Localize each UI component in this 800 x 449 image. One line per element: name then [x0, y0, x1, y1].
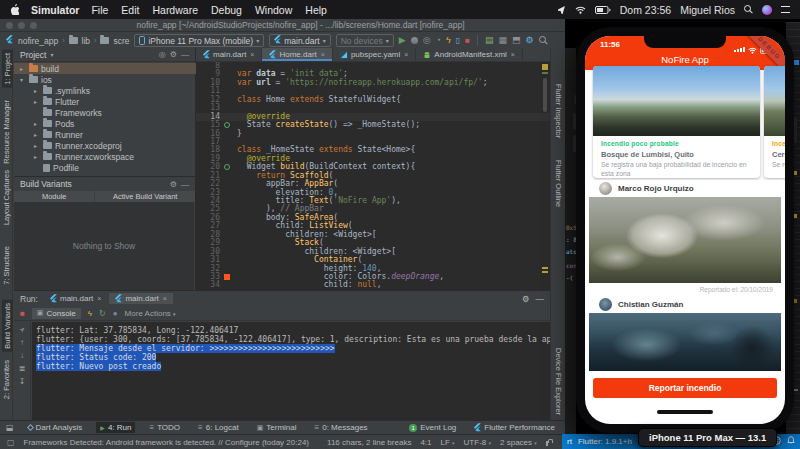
- tool-window-button-0-messages[interactable]: ≡0: Messages: [311, 422, 372, 433]
- tree-item-podfile[interactable]: Podfile: [14, 162, 196, 173]
- console-log-line[interactable]: flutter: Lat: 37.785834, Long: -122.4064…: [36, 326, 550, 335]
- console-log-line[interactable]: flutter: Status code: 200: [36, 353, 550, 362]
- menu-clock[interactable]: Dom 23:56: [620, 4, 671, 16]
- report-photo[interactable]: [589, 313, 781, 371]
- open-observatory-icon[interactable]: ●: [113, 309, 118, 318]
- breadcrumb-item[interactable]: scre: [113, 36, 129, 46]
- tool-stripe-7-structure[interactable]: 7: Structure: [2, 246, 11, 285]
- ios-simulator-window[interactable]: 11:56 NoFire App DEBUG Incendio poco pro…: [576, 27, 794, 433]
- tool-stripe-flutter-outline[interactable]: Flutter Outline: [554, 160, 563, 207]
- profile-icon[interactable]: ◔: [436, 36, 441, 45]
- code-line[interactable]: 10var url = 'https://nofireapp.herokuapp…: [196, 79, 550, 87]
- inspection-status-icon[interactable]: [542, 64, 548, 70]
- layout-inspector-icon[interactable]: ▦: [498, 36, 507, 45]
- report-photo[interactable]: [589, 197, 781, 283]
- indent-selector[interactable]: 2 spaces ▾: [500, 438, 537, 447]
- debug-button[interactable]: [411, 37, 418, 44]
- expand-arrow-icon[interactable]: ▸: [34, 87, 40, 94]
- expand-arrow-icon[interactable]: ▸: [34, 98, 40, 105]
- siri-icon[interactable]: [762, 5, 772, 15]
- tool-window-button-dart-analysis[interactable]: Dart Analysis: [24, 422, 87, 433]
- close-tab-icon[interactable]: ×: [97, 295, 101, 302]
- console-log-line[interactable]: flutter: Nuevo post creado: [36, 362, 550, 371]
- window-toggle-icon[interactable]: ▢: [7, 438, 15, 447]
- menu-item-debug[interactable]: Debug: [211, 4, 242, 16]
- notification-center-icon[interactable]: [781, 6, 790, 13]
- tool-stripe-1-project[interactable]: 1: Project: [2, 50, 13, 88]
- scrollbar-thumb[interactable]: [543, 78, 547, 112]
- expand-arrow-icon[interactable]: ▸: [34, 153, 40, 160]
- forecast-card[interactable]: Incendio poco probableBosque de Lumbisi,…: [593, 66, 760, 178]
- notifications-bell-icon[interactable]: [787, 436, 795, 447]
- line-separator-selector[interactable]: LF ▾: [441, 438, 455, 447]
- tree-item-build[interactable]: ▸build: [14, 63, 196, 74]
- simulator-screen[interactable]: 11:56 NoFire App DEBUG Incendio poco pro…: [585, 36, 785, 424]
- hide-panel-icon[interactable]: —: [181, 180, 189, 189]
- tool-stripe-2-favorites[interactable]: 2: Favorites: [2, 360, 11, 399]
- gear-icon[interactable]: ⚙: [522, 294, 530, 304]
- home-indicator[interactable]: [657, 410, 713, 414]
- more-actions-dropdown[interactable]: More Actions ▾: [125, 309, 176, 318]
- stop-process-button[interactable]: ■: [20, 309, 25, 318]
- tool-window-button-flutter-performance[interactable]: Flutter Performance: [470, 422, 559, 433]
- gear-icon[interactable]: ⚙: [170, 180, 177, 189]
- minimize-window-button[interactable]: [18, 22, 25, 29]
- search-everywhere-icon[interactable]: [539, 36, 548, 45]
- run-button[interactable]: ▶: [399, 36, 406, 45]
- override-marker-icon[interactable]: [224, 122, 230, 128]
- scroll-to-end-icon[interactable]: ↧: [19, 377, 26, 386]
- console-output[interactable]: flutter: Lat: 37.785834, Long: -122.4064…: [32, 322, 550, 420]
- menu-item-hardware[interactable]: Hardware: [152, 4, 198, 16]
- target-device-dropdown[interactable]: No devices▾: [336, 34, 394, 47]
- tree-item-runner-xcodeproj[interactable]: ▸Runner.xcodeproj: [14, 140, 196, 151]
- status-message[interactable]: Frameworks Detected: Android framework i…: [24, 438, 309, 447]
- tab-main-dart[interactable]: main.dart×: [196, 48, 262, 61]
- avd-manager-icon[interactable]: ▤: [485, 36, 494, 45]
- tool-stripe-layout-captures[interactable]: Layout Captures: [2, 170, 11, 225]
- code-line[interactable]: 34 child: null,: [196, 281, 550, 289]
- hot-restart-icon[interactable]: ↻: [99, 309, 106, 318]
- apple-menu-icon[interactable]: [10, 4, 19, 15]
- run-tab-main-dart[interactable]: main.dart×: [109, 293, 172, 304]
- stop-button[interactable]: ■: [465, 37, 470, 45]
- tool-stripe-resource-manager[interactable]: Resource Manager: [2, 100, 11, 164]
- close-tab-icon[interactable]: ×: [163, 295, 167, 302]
- console-tab[interactable]: ▣ Console: [32, 308, 81, 319]
- run-tab-main-dart[interactable]: main.dart×: [44, 293, 107, 304]
- tool-window-button-event-log[interactable]: 1Event Log: [405, 422, 460, 433]
- tool-window-button-terminal[interactable]: ▣Terminal: [253, 422, 301, 433]
- console-log-line[interactable]: flutter: {user: 300, coords: [37.785834,…: [36, 335, 550, 344]
- tool-window-switcher-icon[interactable]: ⬓: [6, 423, 14, 432]
- next-occurrence-icon[interactable]: ↓: [20, 351, 24, 360]
- menu-item-file[interactable]: File: [91, 4, 108, 16]
- tool-window-button-4-run[interactable]: ▶4: Run: [96, 422, 135, 433]
- tool-stripe-device-file-explorer[interactable]: Device File Explorer: [554, 348, 563, 415]
- code-line[interactable]: 16}: [196, 130, 550, 138]
- lock-icon[interactable]: [546, 441, 548, 446]
- project-panel-title[interactable]: Project: [20, 50, 46, 60]
- prev-occurrence-icon[interactable]: ↑: [20, 338, 24, 347]
- expand-arrow-icon[interactable]: ▸: [34, 142, 40, 149]
- device-selector-dropdown[interactable]: iPhone 11 Pro Max (mobile)▾: [134, 34, 264, 47]
- tree-item-flutter[interactable]: ▸Flutter: [14, 96, 196, 107]
- menu-item-help[interactable]: Help: [305, 4, 327, 16]
- forecast-cards-row[interactable]: Incendio poco probableBosque de Lumbisi,…: [585, 66, 785, 181]
- tool-stripe-flutter-inspector[interactable]: Flutter Inspector: [554, 84, 563, 138]
- report-card[interactable]: Marco Rojo Urquizo Reportado el: 20/10/2…: [587, 180, 783, 293]
- hide-panel-icon[interactable]: —: [536, 294, 545, 304]
- hot-reload-button[interactable]: ϟ: [446, 36, 451, 45]
- spotlight-icon[interactable]: [744, 5, 753, 14]
- zoom-window-button[interactable]: [30, 22, 37, 29]
- menu-user[interactable]: Miguel Rios: [680, 4, 735, 16]
- jump-to-source-icon[interactable]: ➢: [16, 324, 27, 335]
- tree-item--symlinks[interactable]: ▸.symlinks: [14, 85, 196, 96]
- expand-arrow-icon[interactable]: ▾: [20, 76, 26, 83]
- menu-item-window[interactable]: Window: [255, 4, 292, 16]
- hide-panel-icon[interactable]: —: [181, 50, 189, 59]
- chevron-down-icon[interactable]: ▾: [50, 51, 53, 58]
- menu-item-edit[interactable]: Edit: [121, 4, 139, 16]
- expand-arrow-icon[interactable]: ▸: [20, 65, 26, 72]
- run-config-dropdown[interactable]: main.dart▾: [269, 34, 330, 47]
- device-explorer-icon[interactable]: ⬒: [512, 36, 521, 45]
- sync-project-icon[interactable]: ⚙: [526, 36, 534, 45]
